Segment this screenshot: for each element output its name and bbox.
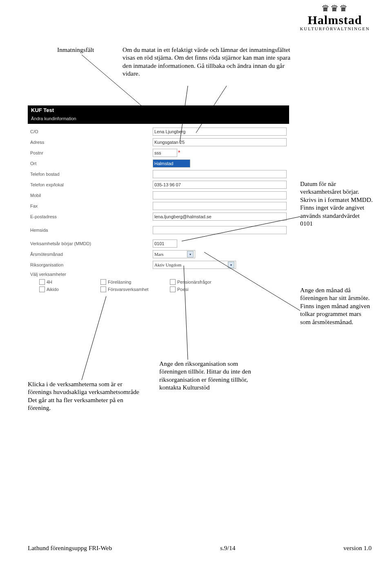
- label-fax: Fax: [30, 204, 153, 208]
- input-verksar[interactable]: [153, 239, 177, 248]
- checkbox-label-forelasning: Föreläsning: [108, 280, 131, 284]
- chevron-down-icon: ▾: [187, 251, 194, 257]
- label-mobil: Mobil: [30, 193, 153, 198]
- annotation-top: Om du matat in ett felaktigt värde och l…: [122, 46, 298, 78]
- checkbox-forelasning[interactable]: [100, 279, 106, 285]
- input-mobil[interactable]: [153, 191, 287, 199]
- input-tel-bostad[interactable]: [153, 170, 287, 178]
- input-fax[interactable]: [153, 202, 287, 210]
- checkbox-poesi[interactable]: [170, 286, 176, 292]
- select-riksorganisation-value: Aktiv Ungdom: [154, 262, 181, 267]
- checkbox-label-pensionarsfragor: Pensionärsfrågor: [177, 280, 212, 284]
- footer-mid: s.9/14: [220, 544, 235, 552]
- label-hemsida: Hemsida: [30, 228, 153, 233]
- checkbox-label-poesi: Poesi: [177, 287, 189, 292]
- label-postnr: Postnr: [30, 150, 153, 155]
- label-valj-verksamheter: Välj verksamheter: [30, 272, 66, 277]
- label-arsmotesmanad: Årsmötesmånad: [30, 252, 153, 257]
- label-ort: Ort: [30, 161, 153, 166]
- annotation-verksamheter: Klicka i de verksamheterna som är er för…: [28, 380, 146, 412]
- label-tel-explokal: Telefon exp/lokal: [30, 182, 153, 187]
- checkbox-pensionarsfragor[interactable]: [170, 279, 176, 285]
- label-adress: Adress: [30, 140, 153, 145]
- logo-subtitle: KULTURFÖRVALTNINGEN: [294, 26, 376, 31]
- label-verksar: Verksamhetsår börjar (MMDD): [30, 241, 153, 246]
- footer-left: Lathund föreningsuppg FRI-Web: [28, 544, 112, 552]
- annotation-datum: Datum för när verksamhetsåret börjar. Sk…: [300, 180, 374, 227]
- input-co[interactable]: [153, 128, 287, 136]
- select-arsmotesmanad[interactable]: Mars ▾: [153, 250, 195, 258]
- header-logo: ♛♛♛ Halmstad KULTURFÖRVALTNINGEN: [294, 4, 376, 31]
- chevron-down-icon: ▾: [228, 262, 234, 268]
- input-tel-explokal[interactable]: [153, 181, 287, 189]
- form-screenshot: KUF Test Ändra kundinformation C/O Adres…: [28, 105, 289, 293]
- logo-name: Halmstad: [294, 13, 376, 27]
- checkbox-label-forsvarsverksamhet: Försvarsverksamhet: [108, 287, 149, 292]
- checkbox-label-4h: 4H: [47, 280, 52, 284]
- footer-right: version 1.0: [343, 544, 372, 552]
- label-riksorg: Riksorganisation: [30, 262, 153, 267]
- form-subtitle: Ändra kundinformation: [28, 115, 289, 124]
- annotation-riksorg: Ange den riksorganisation som föreningen…: [159, 360, 265, 392]
- input-adress[interactable]: [153, 138, 287, 146]
- checkbox-label-aikido: Aikido: [47, 287, 59, 292]
- form-title: KUF Test: [28, 105, 289, 115]
- input-hemsida[interactable]: [153, 226, 287, 234]
- checkbox-forsvarsverksamhet[interactable]: [100, 286, 106, 292]
- label-epost: E-postadress: [30, 214, 153, 219]
- page-footer: Lathund föreningsuppg FRI-Web s.9/14 ver…: [28, 544, 372, 552]
- select-riksorganisation[interactable]: Aktiv Ungdom ▾: [153, 261, 236, 269]
- error-star-icon: *: [178, 149, 180, 156]
- checkbox-4h[interactable]: [39, 279, 45, 285]
- select-arsmotesmanad-value: Mars: [154, 252, 164, 257]
- input-epost[interactable]: [153, 213, 287, 221]
- label-tel-bostad: Telefon bostad: [30, 172, 153, 177]
- logo-crowns-icon: ♛♛♛: [294, 4, 376, 13]
- svg-line-6: [82, 296, 106, 380]
- input-ort[interactable]: [153, 159, 190, 168]
- checkbox-aikido[interactable]: [39, 286, 45, 292]
- annotation-arsmote: Ange den månad då föreningen har sitt år…: [300, 286, 372, 326]
- label-co: C/O: [30, 129, 153, 134]
- annotation-inmatningsfalt: Inmatningsfält: [57, 46, 106, 54]
- input-postnr[interactable]: [153, 149, 177, 157]
